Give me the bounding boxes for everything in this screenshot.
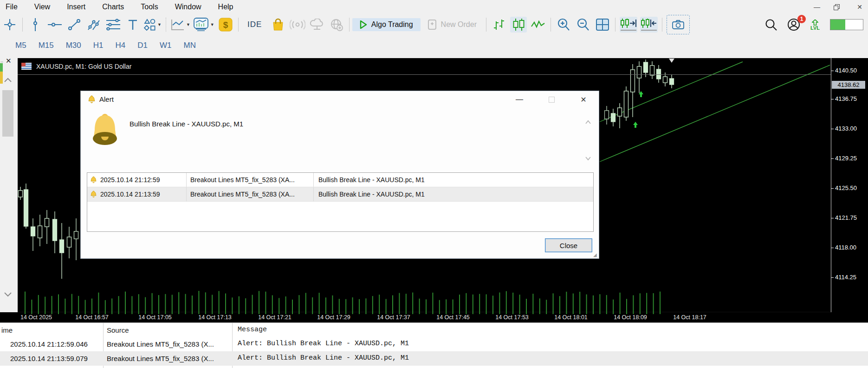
screenshot-button[interactable] (667, 15, 690, 34)
add-service-button[interactable] (328, 17, 345, 33)
ohlc-bars-icon (492, 19, 505, 31)
dialog-close-x-button[interactable]: ✕ (576, 94, 591, 105)
alert-dialog: Alert — ✕ Bullish Break Line - XAUUSD.pc… (80, 91, 599, 259)
candlestick-chart-type-button[interactable] (510, 17, 527, 33)
menu-charts[interactable]: Charts (97, 3, 135, 11)
new-order-icon (427, 19, 437, 30)
bell-icon (91, 191, 97, 198)
dollar-icon: $ (219, 18, 233, 32)
line-chart-type-button[interactable] (530, 17, 546, 33)
timeframe-m15[interactable]: M15 (39, 41, 54, 50)
alert-row[interactable]: 2025.10.14 21:12:59 Breakout Lines MT5_f… (87, 173, 593, 187)
dialog-minimize-button[interactable]: — (512, 94, 527, 105)
play-icon (360, 20, 367, 29)
shapes-tool-button[interactable]: ▼ (144, 17, 162, 33)
trendline-tool-button[interactable] (66, 17, 83, 33)
dialog-resize-grip[interactable]: ◢ (593, 253, 598, 257)
bar-chart-type-button[interactable] (491, 17, 507, 33)
window-restore-button[interactable] (834, 4, 843, 10)
menu-bar: File View Insert Charts Tools Window Hel… (0, 0, 868, 14)
level-indicator[interactable]: LVL (810, 20, 820, 30)
toolbar-separator (166, 18, 167, 32)
timeframe-mn[interactable]: MN (183, 41, 195, 50)
equidistant-lines-tool-button[interactable] (105, 17, 122, 33)
window-minimize-button[interactable]: — (812, 3, 822, 11)
market-button[interactable] (270, 17, 286, 33)
indicators-button[interactable]: ▼ (193, 17, 214, 33)
restore-icon (834, 4, 840, 10)
cloud-button[interactable] (309, 17, 325, 33)
shift-end-button[interactable] (620, 17, 637, 33)
currency-button[interactable]: $ (217, 17, 234, 33)
alert-dialog-titlebar[interactable]: Alert — ✕ (81, 91, 599, 108)
timeframe-h4[interactable]: H4 (116, 41, 126, 50)
horizontal-line-tool-button[interactable] (46, 17, 63, 33)
globe-add-icon (330, 18, 343, 31)
user-profile-button[interactable]: 1 (787, 18, 800, 31)
text-tool-button[interactable] (124, 17, 141, 33)
level-up-arrow-icon (812, 20, 818, 26)
crosshair-tool-button[interactable] (1, 17, 18, 33)
scrollbar-thumb[interactable] (2, 90, 13, 137)
timeframe-m5[interactable]: M5 (15, 41, 26, 50)
zoom-in-button[interactable] (555, 17, 572, 33)
auto-scroll-button[interactable] (640, 17, 658, 33)
main-toolbar: ▼ ▼ ▼ $ IDE Algo Trading (0, 14, 868, 35)
menu-tools[interactable]: Tools (135, 3, 169, 11)
menu-file[interactable]: File (0, 3, 29, 11)
equidistant-lines-icon (106, 19, 120, 31)
panel-collapsed-label: .. (0, 58, 3, 63)
journal-row[interactable]: 2025.10.14 21:13:59.079 Breakout Lines M… (0, 351, 868, 366)
menu-window[interactable]: Window (169, 3, 213, 11)
scroll-up-chevron[interactable] (4, 77, 12, 83)
panel-fragment-yellow (0, 72, 3, 84)
timeframe-bar: M5 M15 M30 H1 H4 D1 W1 MN (0, 35, 868, 56)
shapes-dropdown-arrow[interactable]: ▼ (157, 22, 162, 27)
scroll-up-arrow[interactable] (585, 120, 591, 125)
new-order-button[interactable]: New Order (421, 19, 483, 30)
menu-insert[interactable]: Insert (61, 3, 97, 11)
ide-button[interactable]: IDE (243, 17, 267, 33)
journal-header-message: Message (238, 326, 267, 334)
toolbar-separator (662, 18, 662, 32)
menu-view[interactable]: View (29, 3, 61, 11)
time-tick-label: 14 Oct 17:29 (317, 314, 350, 321)
algo-trading-label: Algo Trading (371, 20, 413, 29)
indicators-dropdown-arrow[interactable]: ▼ (210, 22, 214, 27)
price-tick-label: 4129.25 (835, 155, 857, 162)
timeframe-d1[interactable]: D1 (137, 41, 148, 50)
vertical-line-tool-button[interactable] (27, 17, 44, 33)
tile-windows-button[interactable] (594, 17, 611, 33)
alert-row-message: Bullish Break Line - XAUUSD.pc, M1 (314, 191, 593, 198)
maximize-icon (549, 97, 555, 103)
price-tick-label: 4118.00 (835, 244, 856, 251)
price-axis[interactable]: 4138.62 4140.504136.754133.004129.254125… (831, 58, 868, 312)
vertical-line-icon (32, 18, 39, 31)
algo-trading-button[interactable]: Algo Trading (352, 18, 421, 31)
timeframe-m30[interactable]: M30 (66, 41, 81, 50)
chart-object-list-button[interactable]: ▼ (171, 17, 190, 33)
channel-tool-button[interactable] (85, 17, 102, 33)
scroll-down-chevron[interactable] (4, 292, 12, 297)
shift-chart-left-icon (640, 18, 658, 32)
journal-row[interactable]: 2025.10.14 21:12:59.046 Breakout Lines M… (0, 337, 868, 351)
search-button[interactable] (765, 19, 777, 31)
dialog-maximize-button[interactable] (544, 94, 559, 105)
panel-close-button[interactable]: ✕ (6, 57, 12, 65)
timeframe-h1[interactable]: H1 (93, 41, 104, 50)
alert-row-selected[interactable]: 2025.10.14 21:13:59 Breakout Lines MT5_f… (87, 187, 593, 202)
alert-row-source: Breakout Lines MT5_fix_5283 (XA... (187, 187, 314, 201)
timeframe-w1[interactable]: W1 (160, 41, 172, 50)
time-axis[interactable]: 14 Oct 202514 Oct 16:5714 Oct 17:0514 Oc… (0, 312, 868, 322)
new-order-label: New Order (441, 20, 477, 29)
scroll-down-arrow[interactable] (585, 156, 591, 161)
signals-button[interactable] (289, 17, 306, 33)
menu-help[interactable]: Help (213, 3, 245, 11)
time-tick-label: 14 Oct 18:17 (673, 314, 706, 321)
close-button[interactable]: Close (545, 238, 592, 252)
window-close-button[interactable]: ✕ (855, 3, 864, 11)
zoom-out-button[interactable] (575, 17, 591, 33)
objects-dropdown-arrow[interactable]: ▼ (186, 22, 190, 27)
price-tick-label: 4133.00 (835, 125, 857, 132)
level-progress-bar (830, 19, 863, 30)
